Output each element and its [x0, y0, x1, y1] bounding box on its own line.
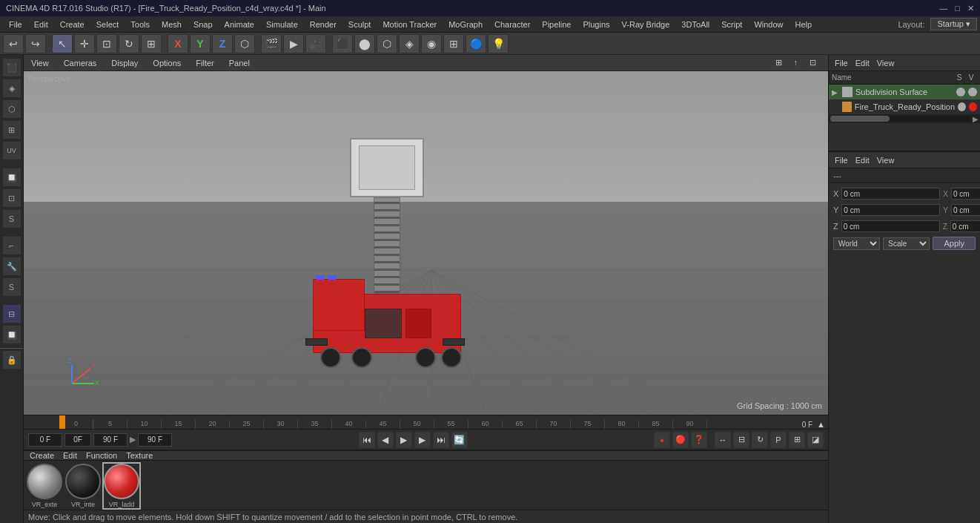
timeline-view-btn[interactable]: ◪ — [807, 432, 824, 448]
viewport-icon-3[interactable]: ⊡ — [805, 58, 821, 68]
current-frame-input[interactable] — [28, 433, 62, 447]
obj-item-firetruck[interactable]: ▶ Fire_Truck_Ready_Position — [829, 99, 980, 114]
obj-view-btn[interactable]: View — [874, 59, 898, 68]
tool-b[interactable]: 🔧 — [2, 257, 21, 276]
render-region-button[interactable]: 🎬 — [261, 34, 282, 53]
obj-scrollbar[interactable]: ▶ — [829, 114, 980, 123]
tool5-button[interactable]: ◉ — [421, 34, 442, 53]
menu-tools[interactable]: Tools — [125, 20, 156, 29]
scroll-thumb[interactable] — [830, 116, 890, 122]
viewport-display-menu[interactable]: Display — [107, 59, 142, 68]
viewport-view-menu[interactable]: View — [27, 59, 53, 68]
viewport-filter-menu[interactable]: Filter — [191, 59, 218, 68]
solo-btn[interactable]: S — [2, 209, 21, 228]
record-button[interactable]: ● — [654, 432, 670, 448]
transform-tool-button[interactable]: ⊞ — [141, 34, 162, 53]
menu-simulate[interactable]: Simulate — [260, 20, 304, 29]
mode-1[interactable]: ⊟ — [2, 304, 21, 323]
menu-animate[interactable]: Animate — [219, 20, 260, 29]
attr-z-val2[interactable] — [950, 220, 980, 232]
x-axis-button[interactable]: X — [168, 34, 188, 53]
attr-file-btn[interactable]: File — [832, 156, 851, 165]
timeline-expand-btn[interactable]: ▲ — [817, 420, 828, 429]
menu-pipeline[interactable]: Pipeline — [536, 20, 577, 29]
attr-x-pos[interactable] — [841, 188, 940, 200]
mode-points[interactable]: ⬛ — [2, 58, 21, 77]
menu-motion-tracker[interactable]: Motion Tracker — [377, 20, 443, 29]
layout-selector[interactable]: Startup ▾ — [930, 18, 977, 30]
menu-vray[interactable]: V-Ray Bridge — [616, 20, 676, 29]
world-selector[interactable]: World Object — [833, 237, 880, 250]
end-frame-input[interactable] — [138, 433, 172, 447]
move-tool-button[interactable]: ✛ — [74, 34, 95, 53]
menu-mesh[interactable]: Mesh — [156, 20, 188, 29]
attr-edit-btn[interactable]: Edit — [852, 156, 873, 165]
timeline-p-btn[interactable]: P — [770, 432, 787, 448]
rotate-tool-button[interactable]: ↻ — [119, 34, 139, 53]
attr-x-val2[interactable] — [951, 188, 980, 200]
mode-2[interactable]: 🔲 — [2, 325, 21, 344]
attr-y-val2[interactable] — [951, 204, 980, 216]
render-view-button[interactable]: ▶ — [283, 34, 304, 53]
mode-polygons[interactable]: ⬡ — [2, 99, 21, 119]
menu-window[interactable]: Window — [748, 20, 789, 29]
viewport-icon-2[interactable]: ↑ — [789, 58, 803, 68]
snap-btn[interactable]: 🔲 — [2, 168, 21, 187]
mat-edit-btn[interactable]: Edit — [60, 451, 80, 460]
y-axis-button[interactable]: Y — [190, 34, 211, 53]
minimize-button[interactable]: — — [939, 4, 947, 13]
material-vr-inte[interactable]: VR_inte — [65, 464, 101, 508]
first-frame-button[interactable]: ⏮ — [359, 432, 375, 448]
obj-dot-s2[interactable] — [958, 102, 966, 111]
obj-item-subdivision[interactable]: ▶ Subdivision Surface — [829, 85, 980, 99]
mode-edges[interactable]: ◈ — [2, 79, 21, 98]
loop-button[interactable]: 🔄 — [451, 432, 468, 448]
last-frame-button[interactable]: ⏭ — [433, 432, 449, 448]
min-frame-input[interactable] — [64, 433, 91, 447]
tool6-button[interactable]: ⊞ — [443, 34, 464, 53]
prev-frame-button[interactable]: ◀ — [377, 432, 394, 448]
menu-help[interactable]: Help — [789, 20, 818, 29]
viewport-options-menu[interactable]: Options — [148, 59, 185, 68]
attr-y-pos[interactable] — [841, 204, 940, 216]
mode-objects[interactable]: ⊞ — [2, 120, 21, 139]
menu-mograph[interactable]: MoGraph — [443, 20, 489, 29]
obj-file-btn[interactable]: File — [832, 59, 851, 68]
viewport-panel-menu[interactable]: Panel — [225, 59, 254, 68]
tool4-button[interactable]: ◈ — [399, 34, 420, 53]
lock-btn[interactable]: 🔒 — [2, 350, 21, 369]
menu-render[interactable]: Render — [304, 20, 342, 29]
tool3-button[interactable]: ⬡ — [377, 34, 397, 53]
obj-dot-v1[interactable] — [968, 88, 977, 96]
menu-script[interactable]: Script — [715, 20, 748, 29]
redo-button[interactable]: ↪ — [25, 34, 46, 53]
tool7-button[interactable]: 🔵 — [466, 34, 486, 53]
viewport-cameras-menu[interactable]: Cameras — [59, 59, 102, 68]
undo-button[interactable]: ↩ — [3, 34, 24, 53]
menu-create[interactable]: Create — [54, 20, 90, 29]
timeline-scale-btn[interactable]: ⊟ — [733, 432, 749, 448]
select-tool-button[interactable]: ↖ — [52, 34, 73, 53]
timeline-move-btn[interactable]: ↔ — [715, 432, 731, 448]
maximize-button[interactable]: □ — [955, 4, 960, 13]
timeline-rot-btn[interactable]: ↻ — [752, 432, 768, 448]
render-settings-button[interactable]: 🎥 — [305, 34, 326, 53]
cube-button[interactable]: ⬛ — [332, 34, 353, 53]
attr-view-btn[interactable]: View — [874, 156, 898, 165]
tool-a[interactable]: ⌐ — [2, 236, 21, 255]
viewport-icon-1[interactable]: ⊞ — [771, 58, 787, 68]
menu-3dtoall[interactable]: 3DToAll — [675, 20, 715, 29]
menu-select[interactable]: Select — [90, 20, 125, 29]
timeline-arrow[interactable]: ▶ — [130, 435, 136, 444]
obj-edit-btn[interactable]: Edit — [852, 59, 873, 68]
mat-function-btn[interactable]: Function — [83, 451, 120, 460]
scroll-arrow-right[interactable]: ▶ — [971, 115, 979, 123]
z-axis-button[interactable]: Z — [212, 34, 233, 53]
menu-sculpt[interactable]: Sculpt — [342, 20, 377, 29]
light-button[interactable]: 💡 — [488, 34, 509, 53]
material-vr-ladd[interactable]: VR_ladd — [104, 464, 139, 508]
play-button[interactable]: ▶ — [396, 432, 412, 448]
menu-edit[interactable]: Edit — [28, 20, 54, 29]
auto-key-button[interactable]: 🔴 — [672, 432, 689, 448]
menu-plugins[interactable]: Plugins — [577, 20, 615, 29]
